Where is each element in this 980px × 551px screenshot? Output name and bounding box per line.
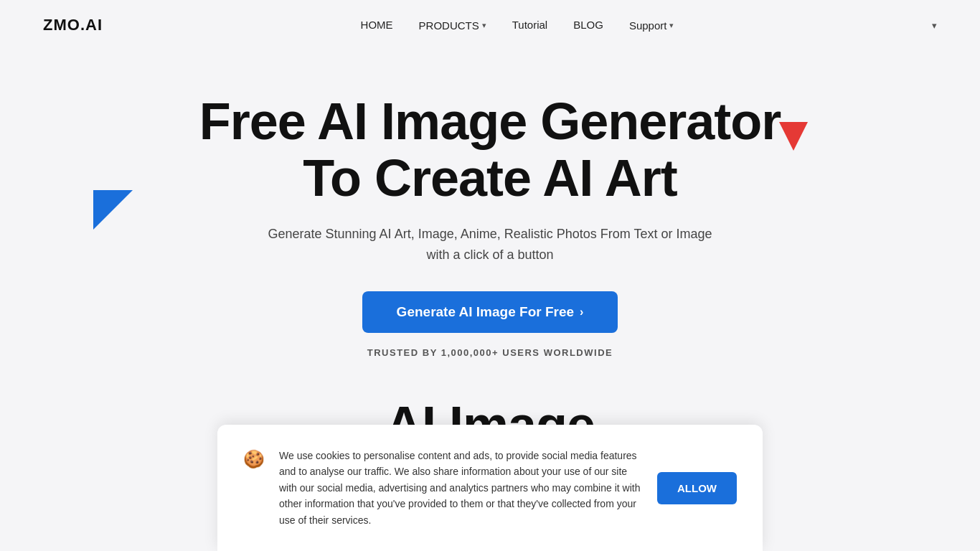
nav-link-home[interactable]: HOME (361, 19, 393, 31)
nav-link-blog[interactable]: BLOG (573, 19, 603, 31)
hero-subtitle-line1: Generate Stunning AI Art, Image, Anime, … (268, 227, 712, 241)
navbar: ZMO.AI HOME PRODUCTS ▾ Tutorial BLOG Sup… (0, 0, 980, 50)
navbar-right: ▾ (932, 20, 937, 31)
hero-title: Free AI Image Generator To Create AI Art (199, 93, 781, 207)
nav-item-products[interactable]: PRODUCTS ▾ (419, 19, 486, 32)
hero-title-line1: Free AI Image Generator (199, 93, 781, 150)
site-logo[interactable]: ZMO.AI (43, 16, 103, 34)
nav-link-support[interactable]: Support (629, 19, 667, 32)
nav-item-home[interactable]: HOME (361, 19, 393, 32)
support-chevron-icon: ▾ (669, 21, 674, 30)
products-chevron-icon: ▾ (482, 21, 486, 30)
hero-title-line2: To Create AI Art (303, 149, 677, 207)
nav-link-products[interactable]: PRODUCTS (419, 19, 479, 32)
nav-link-support-wrapper[interactable]: Support ▾ (629, 19, 674, 32)
cta-arrow-icon: › (580, 306, 583, 319)
cookie-banner: 🍪 We use cookies to personalise content … (217, 425, 763, 551)
nav-item-support[interactable]: Support ▾ (629, 19, 674, 32)
hero-subtitle-line2: with a click of a button (426, 248, 553, 262)
blue-triangle-shape (93, 190, 133, 230)
cta-button[interactable]: Generate AI Image For Free › (362, 291, 618, 333)
nav-link-tutorial[interactable]: Tutorial (512, 19, 547, 31)
hero-subtitle: Generate Stunning AI Art, Image, Anime, … (268, 224, 712, 265)
cta-label: Generate AI Image For Free (397, 304, 574, 320)
trust-badge: TRUSTED BY 1,000,000+ USERS WORLDWIDE (367, 347, 613, 358)
red-triangle-shape (779, 122, 808, 151)
nav-item-tutorial[interactable]: Tutorial (512, 19, 547, 32)
nav-link-products-wrapper[interactable]: PRODUCTS ▾ (419, 19, 486, 32)
navbar-dropdown-icon[interactable]: ▾ (932, 20, 937, 31)
allow-button[interactable]: ALLOW (657, 472, 737, 504)
cookie-icon: 🍪 (243, 449, 265, 469)
nav-menu: HOME PRODUCTS ▾ Tutorial BLOG Support ▾ (361, 19, 674, 32)
nav-item-blog[interactable]: BLOG (573, 19, 603, 32)
cookie-text: We use cookies to personalise content an… (279, 448, 643, 528)
